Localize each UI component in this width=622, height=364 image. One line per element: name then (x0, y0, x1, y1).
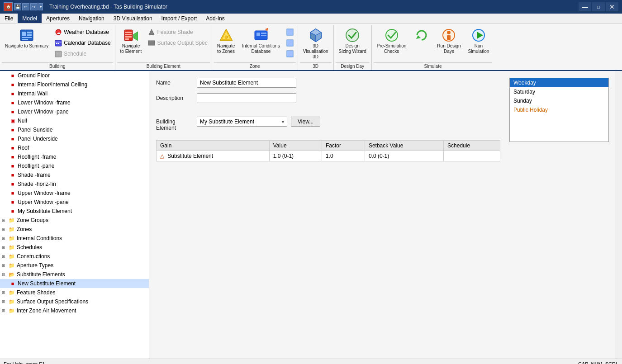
tree-label: Constructions (17, 253, 50, 260)
tree-item-panel-underside[interactable]: ■ Panel Underside (0, 134, 149, 143)
tree-item-upper-window-frame[interactable]: ■ Upper Window -frame (0, 189, 149, 198)
table-row[interactable]: △ Substitute Element 1.0 (0-1) 1.0 0.0 (… (157, 151, 500, 161)
gains-table: Gain Value Factor Setback Value Schedule… (156, 140, 500, 161)
building-element-dropdown[interactable]: My Substitute Element ▾ (197, 117, 287, 127)
view-button[interactable]: View... (291, 117, 320, 127)
data-table-container: Gain Value Factor Setback Value Schedule… (156, 140, 500, 161)
tree-item-constructions[interactable]: ⊞ 📁 Constructions (0, 252, 149, 261)
svg-rect-31 (287, 51, 293, 57)
tree-item-internal-floor[interactable]: ■ Internal Floor/Internal Ceiling (0, 80, 149, 89)
surface-output-button[interactable]: Surface Output Spec (146, 38, 209, 48)
menu-apertures[interactable]: Apertures (42, 14, 74, 23)
tree-item-roof[interactable]: ■ Roof (0, 143, 149, 152)
schedule-weekday[interactable]: Weekday (510, 78, 608, 87)
ribbon-group-building: Navigate to Summary ☁ Weather Database C… (0, 25, 115, 70)
menu-model[interactable]: Model (18, 14, 42, 23)
schedule-public-holiday[interactable]: Public Holiday (510, 105, 608, 114)
feature-shade-label: Feature Shade (157, 29, 193, 35)
navigate-element-icon (123, 28, 138, 43)
expand-icon: ⊞ (2, 254, 7, 259)
ribbon-group-3d: 3DVisualisation3D 3D (298, 25, 334, 70)
minimize-button[interactable]: — (579, 2, 591, 11)
dropdown-icon[interactable]: ▾ (38, 3, 43, 10)
pre-simulation-label: Pre-SimulationChecks (377, 43, 407, 54)
tree-label: Inter Zone Air Movement (17, 307, 76, 314)
right-scrollbar[interactable] (616, 71, 622, 359)
svg-rect-26 (261, 33, 266, 34)
schedule-sunday[interactable]: Sunday (510, 96, 608, 105)
tree-item-panel-sunside[interactable]: ■ Panel Sunside (0, 125, 149, 134)
tree-item-ground-floor[interactable]: ■ Ground Floor (0, 71, 149, 80)
zone-extra-btn1[interactable] (284, 27, 296, 37)
tree-item-lower-window-frame[interactable]: ■ Lower Window -frame (0, 98, 149, 107)
redo-icon[interactable]: ↪ (30, 3, 38, 10)
navigate-element-button[interactable]: Navigateto Element (117, 26, 145, 56)
tree-item-shade-horiz[interactable]: ■ Shade -horiz-fin (0, 180, 149, 189)
tree-item-substitute-elements[interactable]: ⊟ 📂 Substitute Elements (0, 270, 149, 279)
navigate-summary-button[interactable]: Navigate to Summary (2, 26, 52, 51)
tree-item-upper-window-pane[interactable]: ■ Upper Window -pane (0, 198, 149, 207)
tree-item-rooflight-frame[interactable]: ■ Rooflight -frame (0, 152, 149, 161)
tree-item-schedules[interactable]: ⊞ 📁 Schedules (0, 243, 149, 252)
tree-label: My Substitute Element (18, 208, 72, 214)
menu-3d-vis[interactable]: 3D Visualisation (109, 14, 157, 23)
tree-item-zones[interactable]: ⊞ 📁 Zones (0, 225, 149, 234)
tree-item-new-substitute[interactable]: ■ New Substitute Element (0, 279, 149, 288)
col-setback: Setback Value (365, 141, 443, 151)
description-input[interactable] (197, 93, 296, 103)
name-input[interactable] (197, 78, 296, 88)
expand-icon: ⊟ (2, 272, 7, 277)
feature-shade-button[interactable]: Feature Shade (146, 27, 209, 37)
tree-item-surface-output[interactable]: ⊞ 📁 Surface Output Specifications (0, 297, 149, 306)
titlebar: 🏠 💾 ↩ ↪ ▾ Training Overheating.tbd - Tas… (0, 0, 622, 14)
schedule-button[interactable]: Schedule (52, 49, 113, 59)
3d-visualisation-button[interactable]: 3DVisualisation3D (300, 26, 332, 61)
tree-label: Internal Wall (18, 90, 47, 97)
tree-item-my-substitute[interactable]: ■ My Substitute Element (0, 207, 149, 216)
tree-item-rooflight-pane[interactable]: ■ Rooflight -pane (0, 161, 149, 170)
maximize-button[interactable]: □ (592, 2, 605, 11)
tree-item-internal-conditions[interactable]: ⊞ 📁 Internal Conditions (0, 234, 149, 243)
navigate-zones-button[interactable]: Navigateto Zones (214, 26, 238, 56)
pre-simulation-button[interactable]: Pre-SimulationChecks (374, 26, 410, 56)
tree-item-inter-zone[interactable]: ⊞ 📁 Inter Zone Air Movement (0, 306, 149, 315)
internal-conditions-button[interactable]: Internal ConditionsDatabase (239, 26, 283, 56)
refresh-button[interactable] (410, 26, 433, 45)
tree-item-internal-wall[interactable]: ■ Internal Wall (0, 89, 149, 98)
tree-item-lower-window-pane[interactable]: ■ Lower Window -pane (0, 107, 149, 116)
menu-add-ins[interactable]: Add-Ins (201, 14, 229, 23)
menu-import-export[interactable]: Import / Export (157, 14, 202, 23)
run-design-days-button[interactable]: Run DesignDays (434, 26, 464, 56)
expand-icon: ⊞ (2, 236, 7, 241)
undo-icon[interactable]: ↩ (22, 3, 29, 10)
weather-database-button[interactable]: ☁ Weather Database (52, 27, 113, 37)
zone-extra-btn3[interactable] (284, 49, 296, 59)
ribbon-group-simulate: Pre-SimulationChecks (372, 25, 494, 70)
quick-save-icon[interactable]: 💾 (14, 3, 21, 10)
tree-label: Lower Window -frame (18, 99, 71, 106)
tree-label: Internal Conditions (17, 235, 62, 241)
schedule-saturday[interactable]: Saturday (510, 87, 608, 96)
design-wizard-button[interactable]: DesignSizing Wizard (336, 26, 370, 56)
run-simulation-button[interactable]: RunSimulation (465, 26, 493, 56)
tree-label: Shade -horiz-fin (18, 181, 56, 187)
element-icon: ■ (9, 153, 16, 161)
menu-file[interactable]: File (0, 14, 18, 23)
element-icon: ■ (9, 72, 16, 79)
navigate-summary-icon (19, 28, 34, 43)
close-button[interactable]: ✕ (606, 2, 618, 11)
tree-item-zone-groups[interactable]: ⊞ 📁 Zone Groups (0, 216, 149, 225)
svg-text:☁: ☁ (57, 30, 61, 35)
tree-label: Lower Window -pane (18, 109, 69, 115)
zone-extra-btn2[interactable] (284, 38, 296, 48)
tree-item-aperture-types[interactable]: ⊞ 📁 Aperture Types (0, 261, 149, 270)
expand-icon: ⊞ (2, 299, 7, 304)
calendar-database-button[interactable]: Calendar Database (52, 38, 113, 48)
tree-item-feature-shades[interactable]: ⊞ 📁 Feature Shades (0, 288, 149, 297)
menu-navigation[interactable]: Navigation (74, 14, 109, 23)
svg-rect-17 (125, 38, 129, 40)
tree-item-null[interactable]: ▣ Null (0, 116, 149, 125)
col-schedule: Schedule (444, 141, 500, 151)
help-text: For Help, press F1 (4, 361, 45, 364)
tree-item-shade-frame[interactable]: ■ Shade -frame (0, 170, 149, 180)
